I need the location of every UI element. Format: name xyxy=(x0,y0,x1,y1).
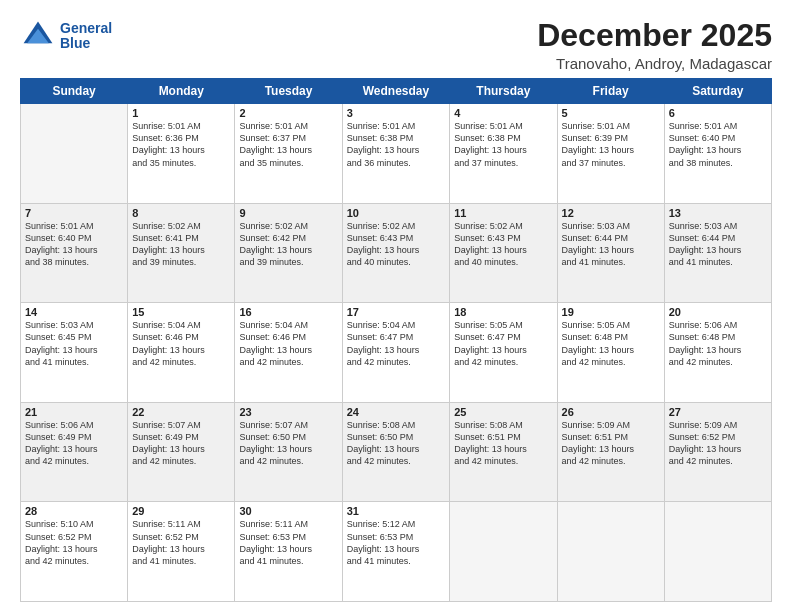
calendar-cell: 8Sunrise: 5:02 AMSunset: 6:41 PMDaylight… xyxy=(128,203,235,303)
day-header-sunday: Sunday xyxy=(21,79,128,104)
day-header-saturday: Saturday xyxy=(664,79,771,104)
calendar-cell: 22Sunrise: 5:07 AMSunset: 6:49 PMDayligh… xyxy=(128,402,235,502)
day-header-thursday: Thursday xyxy=(450,79,557,104)
day-info: Sunrise: 5:11 AMSunset: 6:53 PMDaylight:… xyxy=(239,518,337,567)
day-header-tuesday: Tuesday xyxy=(235,79,342,104)
title-block: December 2025 Tranovaho, Androy, Madagas… xyxy=(537,18,772,72)
location-title: Tranovaho, Androy, Madagascar xyxy=(537,55,772,72)
day-number: 23 xyxy=(239,406,337,418)
calendar-cell xyxy=(21,104,128,204)
calendar-cell xyxy=(450,502,557,602)
calendar-cell xyxy=(664,502,771,602)
calendar-cell: 25Sunrise: 5:08 AMSunset: 6:51 PMDayligh… xyxy=(450,402,557,502)
day-header-wednesday: Wednesday xyxy=(342,79,450,104)
calendar-cell: 19Sunrise: 5:05 AMSunset: 6:48 PMDayligh… xyxy=(557,303,664,403)
day-info: Sunrise: 5:02 AMSunset: 6:43 PMDaylight:… xyxy=(454,220,552,269)
day-number: 12 xyxy=(562,207,660,219)
calendar-week-4: 21Sunrise: 5:06 AMSunset: 6:49 PMDayligh… xyxy=(21,402,772,502)
calendar-cell: 7Sunrise: 5:01 AMSunset: 6:40 PMDaylight… xyxy=(21,203,128,303)
calendar-cell: 10Sunrise: 5:02 AMSunset: 6:43 PMDayligh… xyxy=(342,203,450,303)
day-number: 6 xyxy=(669,107,767,119)
day-info: Sunrise: 5:08 AMSunset: 6:50 PMDaylight:… xyxy=(347,419,446,468)
calendar-cell: 15Sunrise: 5:04 AMSunset: 6:46 PMDayligh… xyxy=(128,303,235,403)
day-info: Sunrise: 5:09 AMSunset: 6:51 PMDaylight:… xyxy=(562,419,660,468)
day-number: 30 xyxy=(239,505,337,517)
logo: General Blue xyxy=(20,18,112,54)
day-info: Sunrise: 5:03 AMSunset: 6:45 PMDaylight:… xyxy=(25,319,123,368)
calendar-cell: 20Sunrise: 5:06 AMSunset: 6:48 PMDayligh… xyxy=(664,303,771,403)
day-header-monday: Monday xyxy=(128,79,235,104)
day-number: 27 xyxy=(669,406,767,418)
day-number: 31 xyxy=(347,505,446,517)
day-number: 17 xyxy=(347,306,446,318)
day-number: 18 xyxy=(454,306,552,318)
calendar-cell: 30Sunrise: 5:11 AMSunset: 6:53 PMDayligh… xyxy=(235,502,342,602)
calendar-cell: 16Sunrise: 5:04 AMSunset: 6:46 PMDayligh… xyxy=(235,303,342,403)
calendar-cell: 2Sunrise: 5:01 AMSunset: 6:37 PMDaylight… xyxy=(235,104,342,204)
day-info: Sunrise: 5:03 AMSunset: 6:44 PMDaylight:… xyxy=(562,220,660,269)
calendar-cell: 6Sunrise: 5:01 AMSunset: 6:40 PMDaylight… xyxy=(664,104,771,204)
day-number: 28 xyxy=(25,505,123,517)
day-number: 22 xyxy=(132,406,230,418)
logo-icon xyxy=(20,18,56,54)
day-number: 13 xyxy=(669,207,767,219)
day-info: Sunrise: 5:04 AMSunset: 6:46 PMDaylight:… xyxy=(132,319,230,368)
day-info: Sunrise: 5:07 AMSunset: 6:50 PMDaylight:… xyxy=(239,419,337,468)
day-info: Sunrise: 5:02 AMSunset: 6:43 PMDaylight:… xyxy=(347,220,446,269)
calendar-cell: 14Sunrise: 5:03 AMSunset: 6:45 PMDayligh… xyxy=(21,303,128,403)
calendar-header-row: SundayMondayTuesdayWednesdayThursdayFrid… xyxy=(21,79,772,104)
logo-text: General Blue xyxy=(60,21,112,52)
day-number: 14 xyxy=(25,306,123,318)
day-number: 21 xyxy=(25,406,123,418)
calendar-cell: 24Sunrise: 5:08 AMSunset: 6:50 PMDayligh… xyxy=(342,402,450,502)
day-info: Sunrise: 5:04 AMSunset: 6:46 PMDaylight:… xyxy=(239,319,337,368)
day-info: Sunrise: 5:12 AMSunset: 6:53 PMDaylight:… xyxy=(347,518,446,567)
day-number: 1 xyxy=(132,107,230,119)
calendar-cell: 17Sunrise: 5:04 AMSunset: 6:47 PMDayligh… xyxy=(342,303,450,403)
day-number: 20 xyxy=(669,306,767,318)
calendar-table: SundayMondayTuesdayWednesdayThursdayFrid… xyxy=(20,78,772,602)
calendar-cell: 29Sunrise: 5:11 AMSunset: 6:52 PMDayligh… xyxy=(128,502,235,602)
day-info: Sunrise: 5:06 AMSunset: 6:49 PMDaylight:… xyxy=(25,419,123,468)
calendar-cell: 1Sunrise: 5:01 AMSunset: 6:36 PMDaylight… xyxy=(128,104,235,204)
day-info: Sunrise: 5:11 AMSunset: 6:52 PMDaylight:… xyxy=(132,518,230,567)
day-number: 26 xyxy=(562,406,660,418)
day-info: Sunrise: 5:02 AMSunset: 6:41 PMDaylight:… xyxy=(132,220,230,269)
calendar-cell: 9Sunrise: 5:02 AMSunset: 6:42 PMDaylight… xyxy=(235,203,342,303)
calendar-cell: 11Sunrise: 5:02 AMSunset: 6:43 PMDayligh… xyxy=(450,203,557,303)
day-info: Sunrise: 5:01 AMSunset: 6:40 PMDaylight:… xyxy=(25,220,123,269)
calendar-week-1: 1Sunrise: 5:01 AMSunset: 6:36 PMDaylight… xyxy=(21,104,772,204)
day-number: 24 xyxy=(347,406,446,418)
day-info: Sunrise: 5:01 AMSunset: 6:36 PMDaylight:… xyxy=(132,120,230,169)
day-info: Sunrise: 5:03 AMSunset: 6:44 PMDaylight:… xyxy=(669,220,767,269)
month-title: December 2025 xyxy=(537,18,772,53)
day-number: 8 xyxy=(132,207,230,219)
day-number: 29 xyxy=(132,505,230,517)
calendar-week-2: 7Sunrise: 5:01 AMSunset: 6:40 PMDaylight… xyxy=(21,203,772,303)
calendar-cell: 18Sunrise: 5:05 AMSunset: 6:47 PMDayligh… xyxy=(450,303,557,403)
day-info: Sunrise: 5:04 AMSunset: 6:47 PMDaylight:… xyxy=(347,319,446,368)
calendar-cell: 12Sunrise: 5:03 AMSunset: 6:44 PMDayligh… xyxy=(557,203,664,303)
day-info: Sunrise: 5:06 AMSunset: 6:48 PMDaylight:… xyxy=(669,319,767,368)
day-number: 16 xyxy=(239,306,337,318)
day-number: 19 xyxy=(562,306,660,318)
calendar-cell: 23Sunrise: 5:07 AMSunset: 6:50 PMDayligh… xyxy=(235,402,342,502)
day-number: 3 xyxy=(347,107,446,119)
day-info: Sunrise: 5:01 AMSunset: 6:40 PMDaylight:… xyxy=(669,120,767,169)
day-number: 7 xyxy=(25,207,123,219)
day-header-friday: Friday xyxy=(557,79,664,104)
day-info: Sunrise: 5:01 AMSunset: 6:39 PMDaylight:… xyxy=(562,120,660,169)
day-info: Sunrise: 5:07 AMSunset: 6:49 PMDaylight:… xyxy=(132,419,230,468)
day-number: 25 xyxy=(454,406,552,418)
calendar-week-5: 28Sunrise: 5:10 AMSunset: 6:52 PMDayligh… xyxy=(21,502,772,602)
day-number: 9 xyxy=(239,207,337,219)
day-info: Sunrise: 5:01 AMSunset: 6:38 PMDaylight:… xyxy=(347,120,446,169)
calendar-cell xyxy=(557,502,664,602)
calendar-cell: 4Sunrise: 5:01 AMSunset: 6:38 PMDaylight… xyxy=(450,104,557,204)
day-number: 11 xyxy=(454,207,552,219)
calendar-cell: 5Sunrise: 5:01 AMSunset: 6:39 PMDaylight… xyxy=(557,104,664,204)
calendar-cell: 28Sunrise: 5:10 AMSunset: 6:52 PMDayligh… xyxy=(21,502,128,602)
day-number: 15 xyxy=(132,306,230,318)
day-info: Sunrise: 5:08 AMSunset: 6:51 PMDaylight:… xyxy=(454,419,552,468)
calendar-cell: 3Sunrise: 5:01 AMSunset: 6:38 PMDaylight… xyxy=(342,104,450,204)
